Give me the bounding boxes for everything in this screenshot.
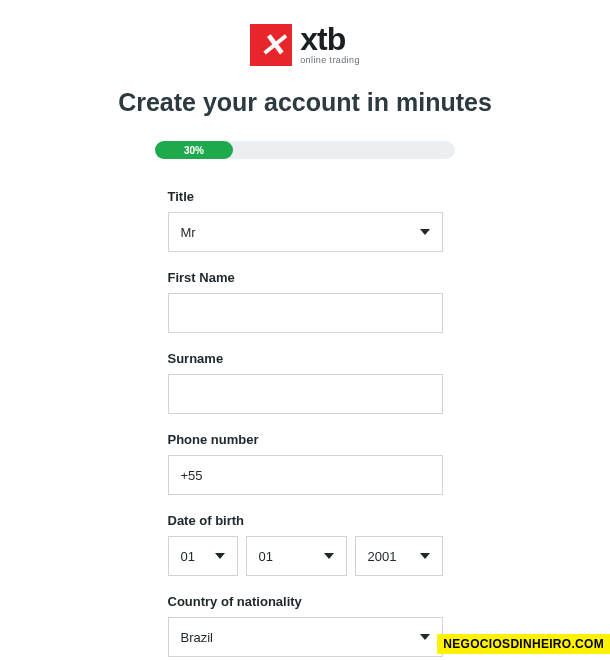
title-value: Mr [181, 225, 196, 240]
field-dob: Date of birth 01 01 2001 [168, 513, 443, 576]
logo-mark: ✕ [250, 24, 292, 66]
field-first-name: First Name [168, 270, 443, 333]
logo-text-wrap: xtb online trading [300, 25, 360, 65]
label-phone: Phone number [168, 432, 443, 447]
nationality-select[interactable]: Brazil [168, 617, 443, 657]
label-dob: Date of birth [168, 513, 443, 528]
first-name-input[interactable] [169, 294, 442, 332]
progress-bar: 30% [155, 141, 455, 159]
chevron-down-icon [324, 553, 334, 559]
field-surname: Surname [168, 351, 443, 414]
label-first-name: First Name [168, 270, 443, 285]
page-title: Create your account in minutes [0, 88, 610, 117]
first-name-input-wrap [168, 293, 443, 333]
surname-input[interactable] [169, 375, 442, 413]
form: Title Mr First Name Surname Phone number [168, 189, 443, 657]
progress-percent: 30% [184, 145, 204, 156]
dob-day-select[interactable]: 01 [168, 536, 238, 576]
logo-glyph: ✕ [259, 29, 284, 61]
logo-brand: xtb [300, 25, 360, 54]
surname-input-wrap [168, 374, 443, 414]
phone-input-wrap [168, 455, 443, 495]
progress-fill: 30% [155, 141, 233, 159]
field-nationality: Country of nationality Brazil [168, 594, 443, 657]
chevron-down-icon [420, 553, 430, 559]
dob-month-value: 01 [259, 549, 273, 564]
dob-month-select[interactable]: 01 [246, 536, 347, 576]
logo-tagline: online trading [300, 55, 360, 65]
dob-year-value: 2001 [368, 549, 397, 564]
phone-input[interactable] [169, 456, 442, 494]
title-select[interactable]: Mr [168, 212, 443, 252]
chevron-down-icon [420, 634, 430, 640]
dob-year-select[interactable]: 2001 [355, 536, 443, 576]
nationality-value: Brazil [181, 630, 214, 645]
field-phone: Phone number [168, 432, 443, 495]
field-title: Title Mr [168, 189, 443, 252]
label-nationality: Country of nationality [168, 594, 443, 609]
label-surname: Surname [168, 351, 443, 366]
progress-wrap: 30% [155, 141, 455, 159]
chevron-down-icon [420, 229, 430, 235]
chevron-down-icon [215, 553, 225, 559]
label-title: Title [168, 189, 443, 204]
dob-day-value: 01 [181, 549, 195, 564]
watermark: NEGOCIOSDINHEIRO.COM [437, 634, 610, 654]
logo: ✕ xtb online trading [0, 24, 610, 66]
